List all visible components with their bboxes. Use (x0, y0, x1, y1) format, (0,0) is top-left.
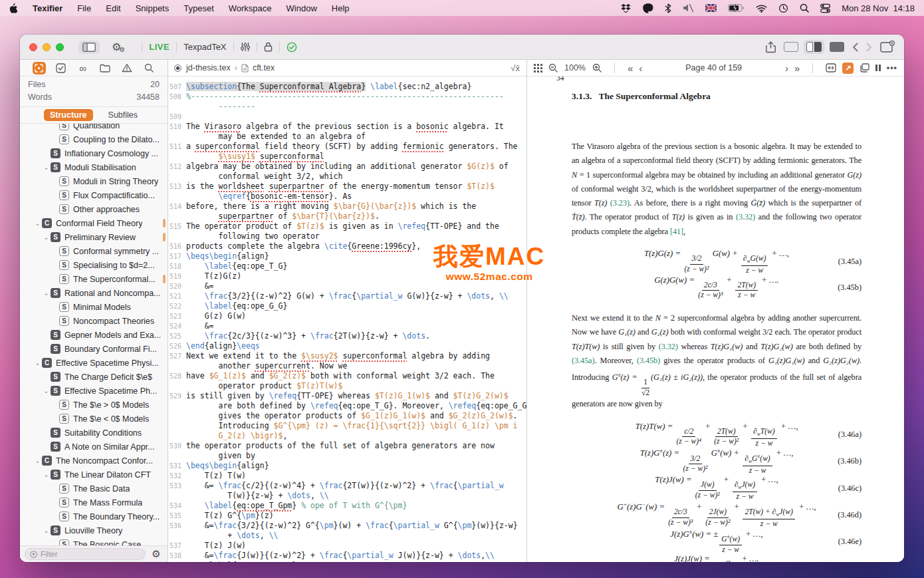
pdf-reference-link[interactable]: (3.45b) (637, 356, 660, 365)
menu-item-edit[interactable]: Edit (106, 3, 120, 13)
engine-label[interactable]: TexpadTeX (183, 42, 226, 52)
typeset-ok-icon[interactable] (287, 42, 297, 53)
chevron-down-icon[interactable]: ⌄ (42, 527, 51, 534)
outline-item[interactable]: ⌄CThe Noncompact Confor... (20, 454, 168, 468)
outline-item[interactable]: SThe $\e < 0$ Models (20, 412, 168, 426)
outline-item[interactable]: SNoncompact Theories (20, 314, 168, 328)
outline-item[interactable]: SFlux Compactificatio... (20, 188, 168, 202)
apple-menu-icon[interactable] (9, 3, 18, 13)
chevron-down-icon[interactable]: ⌄ (42, 164, 51, 171)
chevron-down-icon[interactable]: ⌄ (42, 471, 51, 478)
chevron-down-icon[interactable]: ⌄ (42, 387, 51, 394)
outline-item[interactable]: SCoupling to the Dilato... (20, 132, 168, 146)
filter-input[interactable]: Filter (25, 548, 146, 560)
outline-item[interactable]: SBoundary Conformal Fi... (20, 342, 168, 356)
outline-item[interactable]: SThe $\e > 0$ Models (20, 398, 168, 412)
outline-item[interactable]: SQuantisation (20, 124, 168, 132)
first-page-icon[interactable]: « (628, 63, 633, 73)
keyboard-gb-icon[interactable] (705, 4, 717, 12)
outline-item[interactable]: SThe Bosonic Case (20, 537, 168, 545)
tab-subfiles[interactable]: Subfiles (102, 109, 144, 121)
typeset-settings-icon[interactable]: ⚙⚙ (112, 41, 127, 53)
outline-item[interactable]: SSpecialising to $d=2... (20, 258, 168, 272)
outline-item[interactable]: ⌄CEffective Spacetime Physi... (20, 356, 168, 370)
breadcrumb-file[interactable]: cft.tex (253, 63, 275, 72)
new-window-icon[interactable] (880, 41, 895, 53)
pdf-reference-link[interactable]: (3.45a) (572, 356, 594, 365)
sync-scroll-icon[interactable] (826, 63, 836, 72)
menu-clock[interactable]: Mon 28 Nov 14:18 (842, 3, 915, 13)
pdf-reference-link[interactable]: [41] (670, 227, 683, 236)
chevron-down-icon[interactable]: ⌄ (42, 233, 51, 241)
bluetooth-icon[interactable] (665, 3, 671, 13)
menu-item-texifier[interactable]: Texifier (33, 3, 62, 13)
minimize-button[interactable] (43, 43, 51, 51)
thumbnails-grid-icon[interactable] (534, 64, 542, 72)
menu-item-snippets[interactable]: Snippets (136, 3, 170, 13)
more-options-icon[interactable]: ••• (887, 63, 897, 72)
live-typeset-label[interactable]: LIVE (149, 42, 170, 52)
menu-item-workspace[interactable]: Workspace (229, 3, 272, 13)
outline-item[interactable]: SConformal symmetry ... (20, 244, 168, 258)
spotlight-icon[interactable] (800, 3, 809, 13)
structure-view-icon[interactable] (33, 62, 46, 74)
outline-item[interactable]: SThe Superconformal... (20, 272, 168, 286)
pdf-reference-link[interactable]: (3.32) (659, 342, 678, 351)
previous-page-icon[interactable]: ‹ (639, 63, 642, 73)
menu-item-help[interactable]: Help (332, 3, 350, 13)
jump-to-source-icon[interactable]: ↗ (842, 63, 854, 74)
outline-item[interactable]: ⌄SPreliminary Review (20, 230, 168, 244)
menu-item-typeset[interactable]: Typeset (183, 3, 214, 13)
time-machine-icon[interactable] (778, 3, 788, 13)
chevron-down-icon[interactable]: ⌄ (33, 219, 42, 227)
pdf-page[interactable]: 34 3.1.3.The Superconformal Algebra The … (527, 76, 904, 562)
math-preview-icon[interactable]: √x̄ (511, 63, 520, 73)
history-forward-icon[interactable] (866, 43, 872, 52)
breadcrumb-root[interactable]: jd-thesis.tex (186, 63, 231, 72)
tab-structure[interactable]: Structure (44, 109, 93, 121)
outline-item[interactable]: ⌄SEffective Spacetime Ph... (20, 384, 168, 398)
last-page-icon[interactable]: » (794, 63, 800, 73)
control-center-icon[interactable] (820, 3, 830, 13)
symbols-view-icon[interactable]: ∞ (76, 62, 90, 74)
outline-item[interactable]: SThe Mass Formula (20, 496, 168, 509)
layout-editor-only-button[interactable] (784, 42, 798, 52)
pdf-reference-link[interactable]: (3.32) (736, 212, 755, 221)
menu-item-window[interactable]: Window (287, 3, 317, 13)
chevron-down-icon[interactable]: ⌄ (33, 457, 42, 464)
root-document-icon[interactable] (175, 65, 181, 71)
outline-item[interactable]: SMinimal Models (20, 300, 168, 314)
lock-icon[interactable] (264, 42, 273, 52)
outline-item[interactable]: ⌄SThe Linear Dilaton CFT (20, 468, 168, 482)
outline-item[interactable]: SThe Boundary Theory... (20, 509, 168, 523)
layout-split-button[interactable] (804, 40, 824, 54)
outline-item[interactable]: SA Note on Similar Appr... (20, 440, 168, 454)
issues-view-icon[interactable] (120, 62, 134, 74)
history-back-icon[interactable] (852, 43, 858, 52)
page-indicator[interactable]: Page 40 of 159 (648, 63, 779, 72)
search-view-icon[interactable] (142, 62, 156, 74)
outline-item[interactable]: SSuitability Conditions (20, 426, 168, 440)
outline-item[interactable]: SInflationary Cosmology ... (20, 146, 168, 160)
chevron-down-icon[interactable]: ⌄ (42, 289, 51, 297)
outline-item[interactable]: ⌄SRational and Noncompa... (20, 286, 168, 300)
battery-charging-icon[interactable] (728, 4, 745, 12)
typeset-options-icon[interactable] (241, 42, 250, 52)
zoom-out-icon[interactable] (548, 63, 558, 72)
outline-item[interactable]: SGepner Models and Exa... (20, 328, 168, 342)
outline-item[interactable]: ⌄CConformal Field Theory (20, 216, 168, 230)
outline-item[interactable]: SThe Basic Data (20, 482, 168, 496)
zoom-in-icon[interactable] (592, 63, 602, 72)
zoom-level[interactable]: 100% (564, 63, 586, 72)
sound-muted-icon[interactable] (683, 3, 694, 13)
outline-item[interactable]: ⌄SLiouville Theory (20, 523, 168, 537)
files-view-icon[interactable] (98, 62, 112, 74)
pause-typeset-icon[interactable] (875, 65, 881, 71)
outline-item[interactable]: ⌄SModuli Stabilisation (20, 160, 168, 174)
dropbox-icon[interactable] (620, 3, 632, 13)
wifi-icon[interactable] (756, 4, 767, 13)
outline-item[interactable]: SThe Charge Deficit $\e$ (20, 370, 168, 384)
outline-item[interactable]: SOther approaches (20, 202, 168, 216)
next-page-icon[interactable]: › (785, 63, 788, 73)
close-button[interactable] (29, 43, 37, 51)
